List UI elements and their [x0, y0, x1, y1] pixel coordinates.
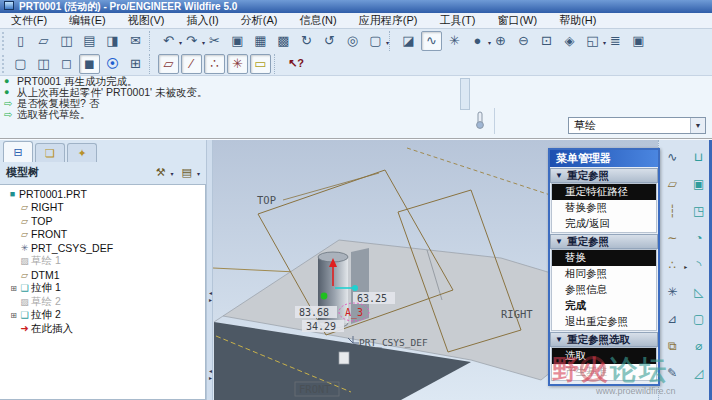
menu-item-redefine-feature-path[interactable]: 重定特征路径 — [552, 184, 656, 200]
menu-tools[interactable]: 工具(T) — [428, 13, 486, 28]
sweep-tool-icon[interactable]: ⊔ — [688, 146, 710, 168]
menu-insert[interactable]: 插入(I) — [175, 13, 229, 28]
hole-tool-icon[interactable]: ⌀ — [688, 335, 710, 357]
reorient-button[interactable]: ◈ — [559, 31, 580, 51]
tree-item-right-plane[interactable]: ▱ RIGHT — [0, 201, 205, 215]
tree-item-csys[interactable]: ✳ PRT_CSYS_DEF — [0, 241, 205, 255]
draft-tool-icon[interactable]: ◿ — [688, 362, 710, 384]
datum-axis-tool-icon[interactable]: ┆ — [661, 200, 683, 222]
menu-analysis[interactable]: 分析(A) — [230, 13, 289, 28]
menu-item-ref-info[interactable]: 参照信息 — [552, 282, 656, 298]
revolve-tool-icon[interactable]: ◔ — [688, 227, 710, 249]
refit-button[interactable]: ⊡ — [536, 31, 557, 51]
regenerate-button[interactable]: ↻ — [296, 31, 317, 51]
expand-icon[interactable]: ⊞ — [9, 284, 18, 293]
chamfer-tool-icon[interactable]: ◺ — [688, 281, 710, 303]
toolbar-grip[interactable] — [2, 32, 7, 50]
capture-button[interactable]: ▣ — [628, 31, 649, 51]
menu-view[interactable]: 视图(V) — [117, 13, 176, 28]
menu-section-header[interactable]: ▼ 重定参照选取 — [550, 332, 658, 347]
offset-tool-icon[interactable]: ▢ — [688, 308, 710, 330]
send-mail-button[interactable]: ✉ — [125, 31, 146, 51]
menu-help[interactable]: 帮助(H) — [548, 13, 607, 28]
tree-item-extrude-1[interactable]: ⊞ ❑ 拉伸 1 — [0, 282, 205, 296]
extrude-tool-icon[interactable]: ◳ — [688, 200, 710, 222]
tree-item-sketch-2[interactable]: ▨ 草绘 2 — [0, 295, 205, 309]
expand-icon[interactable]: ⊞ — [9, 311, 18, 320]
open-file-button[interactable]: ▱ — [33, 31, 54, 51]
zoom-in-button[interactable]: ⊕ — [490, 31, 511, 51]
toolbar-grip[interactable] — [2, 55, 7, 73]
datum-csys-tool-icon[interactable]: ✳ — [661, 281, 683, 303]
style-tool-icon[interactable]: ∿ — [661, 146, 683, 168]
menu-window[interactable]: 窗口(W) — [486, 13, 548, 28]
chevron-down-icon[interactable]: ▼ — [690, 118, 705, 133]
menu-item-select[interactable]: 选取 — [552, 348, 656, 364]
menu-item-replace[interactable]: 替换 — [552, 250, 656, 266]
menu-item-done[interactable]: 完成 — [552, 298, 656, 314]
tree-item-front-plane[interactable]: ▱ FRONT — [0, 228, 205, 242]
menu-info[interactable]: 信息(N) — [288, 13, 347, 28]
print-button[interactable]: ▤ — [79, 31, 100, 51]
analysis-tool-icon[interactable]: ⊿ — [661, 308, 683, 330]
copy-button[interactable]: ▣ — [227, 31, 248, 51]
model-intent-tool-icon[interactable]: ⧉ — [661, 335, 683, 357]
menu-applications[interactable]: 应用程序(P) — [348, 13, 429, 28]
folder-browser-tab[interactable]: ❏ — [35, 143, 65, 162]
sketch-filter-combobox[interactable]: 草绘 ▼ — [568, 117, 706, 134]
menu-item-quit-reroute[interactable]: 退出重定参照 — [552, 314, 656, 330]
saved-views-button[interactable]: ◱ — [582, 31, 603, 51]
find-button[interactable]: ◎ — [342, 31, 363, 51]
print-setup-button[interactable]: ◨ — [102, 31, 123, 51]
tree-item-dtm1[interactable]: ▱ DTM1 — [0, 268, 205, 282]
menu-file[interactable]: 文件(F) — [0, 13, 58, 28]
mini-tree-button[interactable]: ⊞ — [125, 54, 146, 74]
datum-plane-toggle[interactable]: ▱ — [158, 54, 179, 74]
boundary-blend-tool-icon[interactable]: ◝ — [688, 254, 710, 276]
splitter-collapse-icon[interactable]: ◂▸ — [207, 368, 214, 382]
redo-button[interactable]: ↷ — [181, 31, 202, 51]
message-scrollbar[interactable] — [460, 78, 470, 110]
new-file-button[interactable]: ▯ — [10, 31, 31, 51]
datum-point-toggle[interactable]: ∴ — [204, 54, 225, 74]
display-settings-button[interactable]: ◪ — [398, 31, 419, 51]
annotation-toggle[interactable]: ▭ — [250, 54, 271, 74]
tree-item-insert-here[interactable]: ➜ 在此插入 — [0, 322, 205, 336]
datum-point-tool-icon[interactable]: ∴ — [661, 254, 683, 276]
tree-item-sketch-1[interactable]: ▨ 草绘 1 — [0, 255, 205, 269]
tree-settings-icon[interactable]: ⚒ — [156, 166, 174, 179]
sketcher-display-button[interactable]: ∿ — [421, 31, 442, 51]
undo-button[interactable]: ↶ — [158, 31, 179, 51]
sketch-tool-icon[interactable]: ✎ — [661, 362, 683, 384]
tree-show-icon[interactable]: ▤ — [182, 166, 200, 179]
paste-special-button[interactable]: ▩ — [273, 31, 294, 51]
select-box-button[interactable]: ▢ — [365, 31, 386, 51]
tree-item-top-plane[interactable]: ▱ TOP — [0, 214, 205, 228]
no-hidden-button[interactable]: ◻ — [56, 54, 77, 74]
menu-item-done-return[interactable]: 完成/返回 — [552, 216, 656, 232]
shade-button[interactable]: ● — [467, 31, 488, 51]
favorites-tab[interactable]: ✦ — [67, 143, 97, 162]
datum-axis-toggle[interactable]: ∕ — [181, 54, 202, 74]
menu-item-replace-ref[interactable]: 替换参照 — [552, 200, 656, 216]
hidden-line-button[interactable]: ◫ — [33, 54, 54, 74]
regenerate-custom-button[interactable]: ↺ — [319, 31, 340, 51]
menu-edit[interactable]: 编辑(E) — [58, 13, 117, 28]
tree-item-extrude-2[interactable]: ⊞ ❑ 拉伸 2 — [0, 309, 205, 323]
cut-button[interactable]: ✂ — [204, 31, 225, 51]
tree-item-root[interactable]: ■ PRT0001.PRT — [0, 187, 205, 201]
csys-toggle[interactable]: ✳ — [227, 54, 248, 74]
context-help-button[interactable]: ↖? — [283, 54, 309, 74]
save-file-button[interactable]: ◫ — [56, 31, 77, 51]
layers-button[interactable]: ≣ — [605, 31, 626, 51]
paste-button[interactable]: ▦ — [250, 31, 271, 51]
menu-item-same-ref[interactable]: 相同参照 — [552, 266, 656, 282]
datum-curve-tool-icon[interactable]: ∼ — [661, 227, 683, 249]
orient-mode-button[interactable]: ⦿ — [102, 54, 123, 74]
wireframe-button[interactable]: ▢ — [10, 54, 31, 74]
datum-plane-tool-icon[interactable]: ▱ — [661, 173, 683, 195]
menu-manager-title[interactable]: 菜单管理器 — [550, 150, 658, 167]
menu-section-header[interactable]: ▼ 重定参照 — [550, 234, 658, 249]
zoom-out-button[interactable]: ⊖ — [513, 31, 534, 51]
render-settings-button[interactable]: ✳ — [444, 31, 465, 51]
